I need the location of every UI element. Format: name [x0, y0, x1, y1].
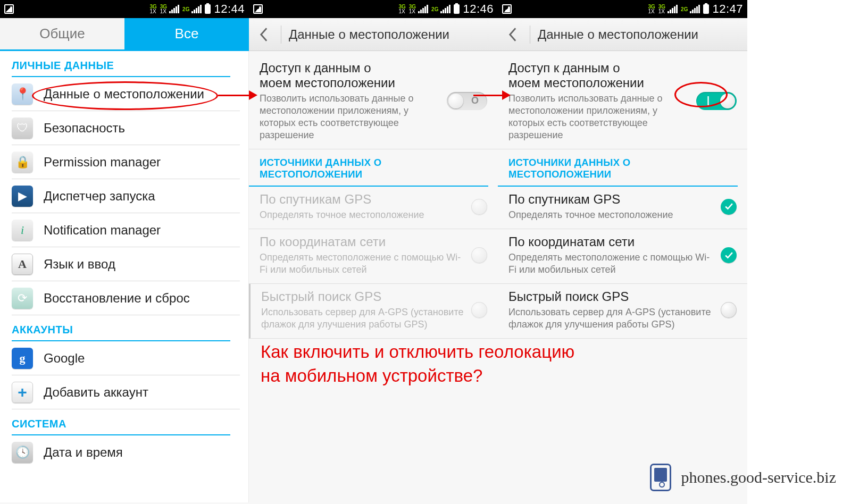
tabs: Общие Все [0, 18, 249, 51]
plus-icon: + [12, 382, 33, 403]
screenshot-icon [4, 4, 14, 14]
item-desc: Определять точное местоположение [260, 209, 464, 221]
screenshot-icon [502, 4, 512, 14]
dispatcher-icon: ▶ [12, 186, 33, 207]
gps-check[interactable] [721, 199, 737, 215]
tab-all[interactable]: Все [124, 18, 249, 49]
row-label: Google [44, 351, 85, 366]
row-label: Восстановление и сброс [44, 291, 190, 306]
item-desc: Позволить использовать данные о местопол… [260, 93, 439, 141]
tab-general[interactable]: Общие [0, 18, 124, 49]
section-system: СИСТЕМА [12, 409, 230, 435]
network-radio [471, 247, 487, 263]
signal-icon [169, 5, 179, 13]
item-title: По спутникам GPS [508, 192, 713, 207]
section-accounts: АККАУНТЫ [12, 315, 230, 341]
item-network-location: По координатам сети Определять местополо… [249, 229, 498, 284]
settings-list[interactable]: ЛИЧНЫЕ ДАННЫЕ 📍 Данные о местоположении … [0, 51, 249, 502]
row-label: Диспетчер запуска [44, 189, 155, 204]
watermark-text: phones.good-service.biz [681, 468, 836, 486]
network-1: 3G1X [149, 4, 156, 14]
row-datetime[interactable]: 🕓 Дата и время [12, 435, 240, 469]
agps-radio[interactable] [721, 302, 737, 318]
clock-icon: 🕓 [12, 442, 33, 463]
gps-radio [471, 199, 487, 215]
signal-icon [418, 5, 428, 13]
language-icon: A [12, 254, 33, 275]
network-2: 3G1X [160, 4, 167, 14]
item-title: Быстрый поиск GPS [508, 289, 713, 304]
info-icon: i [12, 220, 33, 241]
row-permission[interactable]: 🔒 Permission manager [12, 145, 240, 179]
agps-radio [471, 302, 487, 318]
row-label: Дата и время [44, 445, 123, 460]
item-title: По спутникам GPS [260, 192, 464, 207]
battery-icon [703, 4, 709, 14]
screenshot-location-on: 3G1X 3G1X 2G 12:47 Данные о местоположен… [498, 0, 747, 504]
back-button[interactable] [254, 25, 273, 44]
row-dispatcher[interactable]: ▶ Диспетчер запуска [12, 179, 240, 213]
battery-icon [454, 4, 460, 14]
signal-icon [440, 5, 450, 13]
row-language[interactable]: A Язык и ввод [12, 247, 240, 281]
signal-icon [668, 5, 678, 13]
row-label: Добавить аккаунт [44, 385, 148, 400]
item-desc: Использовать сервер для A-GPS (установит… [261, 306, 464, 331]
lock-icon: 🔒 [12, 152, 33, 173]
item-access[interactable]: Доступ к данным омоем местоположении Поз… [249, 55, 498, 149]
row-google[interactable]: g Google [12, 341, 240, 375]
status-bar: 3G1X 3G1X 2G 12:46 [249, 0, 498, 18]
signal-icon [690, 5, 700, 13]
network-check[interactable] [721, 247, 737, 263]
row-security[interactable]: 🛡 Безопасность [12, 111, 240, 145]
page-title: Данные о местоположении [289, 27, 449, 42]
row-add-account[interactable]: + Добавить аккаунт [12, 375, 240, 409]
status-bar: 3G1X 3G1X 2G 12:47 [498, 0, 747, 18]
battery-icon [205, 4, 211, 14]
row-label: Язык и ввод [44, 257, 115, 272]
row-location[interactable]: 📍 Данные о местоположении [12, 77, 240, 111]
network-3: 2G [182, 7, 189, 12]
item-desc: Определять местоположение с помощью Wi-F… [508, 251, 713, 276]
item-gps: По спутникам GPS Определять точное место… [249, 187, 498, 229]
google-icon: g [12, 348, 33, 369]
row-label: Permission manager [44, 155, 161, 170]
screenshot-location-off: 3G1X 3G1X 2G 12:46 Данные о местоположен… [249, 0, 498, 504]
back-button[interactable] [503, 25, 522, 44]
item-title: Быстрый поиск GPS [261, 289, 464, 304]
item-desc: Использовать сервер для A-GPS (установит… [508, 306, 713, 331]
row-notification[interactable]: i Notification manager [12, 213, 240, 247]
watermark: phones.good-service.biz [650, 464, 836, 491]
signal-icon-2 [191, 5, 202, 13]
access-toggle[interactable] [447, 92, 487, 110]
item-title: По координатам сети [508, 234, 713, 249]
item-desc: Определять точное местоположение [508, 209, 713, 221]
row-recovery[interactable]: ⟳ Восстановление и сброс [12, 281, 240, 315]
header: Данные о местоположении [249, 18, 498, 51]
phone-icon [650, 464, 671, 491]
row-label: Данные о местоположении [44, 87, 204, 102]
recovery-icon: ⟳ [12, 288, 33, 309]
location-icon: 📍 [12, 83, 33, 105]
screenshot-settings-list: 3G1X 3G1X 2G 12:44 Общие Все ЛИЧНЫЕ ДАНН… [0, 0, 249, 504]
row-label: Notification manager [44, 223, 161, 238]
clock: 12:47 [712, 2, 743, 16]
item-access[interactable]: Доступ к данным омоем местоположении Поз… [498, 55, 747, 149]
item-gps[interactable]: По спутникам GPS Определять точное место… [498, 187, 747, 229]
item-agps[interactable]: Быстрый поиск GPS Использовать сервер дл… [498, 284, 747, 339]
shield-icon: 🛡 [12, 117, 33, 139]
access-toggle[interactable] [696, 92, 737, 110]
divider [281, 26, 281, 44]
row-label: Безопасность [44, 121, 125, 136]
location-settings[interactable]: Доступ к данным омоем местоположении Поз… [249, 51, 498, 504]
section-personal: ЛИЧНЫЕ ДАННЫЕ [12, 51, 230, 77]
divider [530, 26, 530, 44]
location-settings[interactable]: Доступ к данным омоем местоположении Поз… [498, 51, 747, 504]
clock: 12:46 [463, 2, 494, 16]
screenshot-icon [253, 4, 263, 14]
status-bar: 3G1X 3G1X 2G 12:44 [0, 0, 249, 18]
item-agps: Быстрый поиск GPS Использовать сервер дл… [249, 284, 498, 339]
item-title: По координатам сети [260, 234, 464, 249]
header: Данные о местоположении [498, 18, 747, 51]
item-network-location[interactable]: По координатам сети Определять местополо… [498, 229, 747, 284]
